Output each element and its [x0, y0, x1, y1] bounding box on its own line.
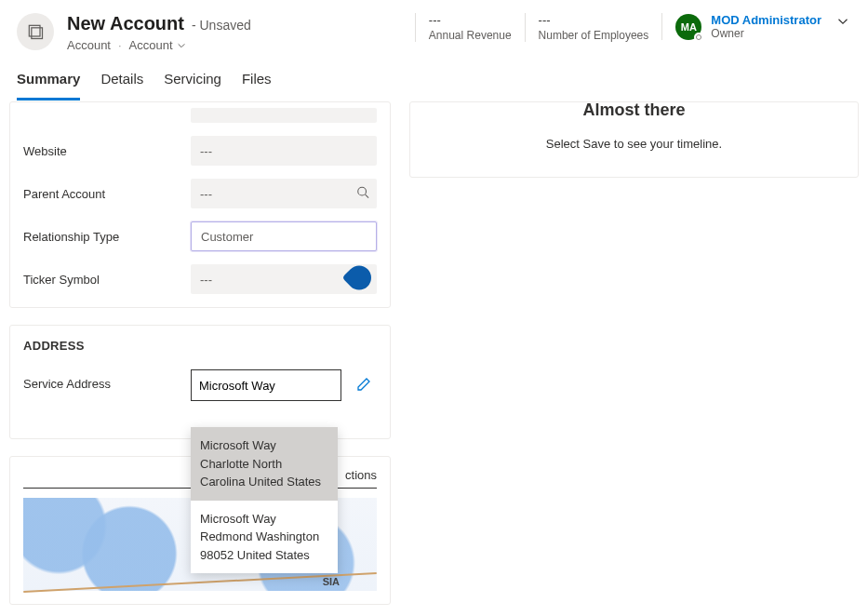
relationship-type-select[interactable]: Customer — [191, 221, 377, 251]
stat-label: Number of Employees — [539, 29, 649, 42]
save-status: - Unsaved — [192, 18, 251, 33]
form-selector[interactable]: Account — [129, 38, 186, 52]
owner-initials: MA — [681, 21, 697, 33]
stat-value: --- — [429, 13, 512, 27]
tab-files[interactable]: Files — [242, 61, 272, 100]
svg-rect-1 — [32, 28, 43, 39]
presence-indicator — [694, 33, 703, 42]
service-address-label: Service Address — [23, 369, 191, 391]
separator-dot: · — [118, 38, 122, 52]
entity-icon — [17, 13, 54, 50]
form-tabs: Summary Details Servicing Files — [0, 61, 868, 101]
stat-value: --- — [539, 13, 649, 27]
page-title: New Account — [67, 13, 184, 34]
address-card: ADDRESS Service Address Microsoft Way Ch… — [9, 325, 391, 439]
svg-rect-0 — [29, 25, 40, 36]
address-heading: ADDRESS — [23, 339, 377, 353]
stat-label: Annual Revenue — [429, 29, 512, 42]
ticker-symbol-label: Ticker Symbol — [23, 273, 191, 287]
title-block: New Account - Unsaved Account · Account — [67, 13, 251, 52]
service-address-input[interactable] — [191, 369, 341, 401]
address-suggestion-item[interactable]: Microsoft Way Charlotte North Carolina U… — [191, 427, 338, 501]
parent-account-lookup[interactable]: --- — [191, 179, 377, 208]
address-suggestion-item[interactable]: Microsoft Way Redmond Washington 98052 U… — [191, 501, 338, 574]
tab-details[interactable]: Details — [100, 61, 143, 100]
owner-block[interactable]: MA MOD Administrator Owner — [661, 13, 821, 40]
details-card: Website --- Parent Account --- Re — [9, 101, 391, 308]
edit-address-button[interactable] — [356, 377, 371, 395]
timeline-title: Almost there — [410, 100, 858, 126]
field-input-cutoff[interactable] — [191, 108, 377, 123]
svg-point-2 — [358, 187, 367, 195]
stat-annual-revenue[interactable]: --- Annual Revenue — [415, 13, 525, 42]
form-selector-label: Account — [129, 38, 173, 52]
owner-avatar: MA — [675, 14, 701, 40]
relationship-type-label: Relationship Type — [23, 230, 191, 244]
tab-servicing[interactable]: Servicing — [164, 61, 221, 100]
svg-line-3 — [366, 194, 369, 198]
entity-name: Account — [67, 38, 111, 52]
timeline-subtitle: Select Save to see your timeline. — [410, 137, 858, 151]
header-expand-button[interactable] — [835, 13, 851, 33]
website-input[interactable]: --- — [191, 136, 377, 166]
search-icon[interactable] — [356, 186, 369, 202]
tab-summary[interactable]: Summary — [17, 61, 80, 100]
owner-name: MOD Administrator — [711, 13, 821, 27]
map-road-label: SIA — [323, 576, 340, 587]
owner-label: Owner — [711, 27, 821, 40]
stat-num-employees[interactable]: --- Number of Employees — [525, 13, 662, 42]
address-suggestions: Microsoft Way Charlotte North Carolina U… — [191, 427, 338, 573]
timeline-card: Almost there Select Save to see your tim… — [409, 101, 859, 178]
record-header: New Account - Unsaved Account · Account … — [0, 0, 868, 61]
parent-account-label: Parent Account — [23, 187, 191, 201]
website-label: Website — [23, 144, 191, 158]
chevron-down-icon — [177, 41, 186, 50]
